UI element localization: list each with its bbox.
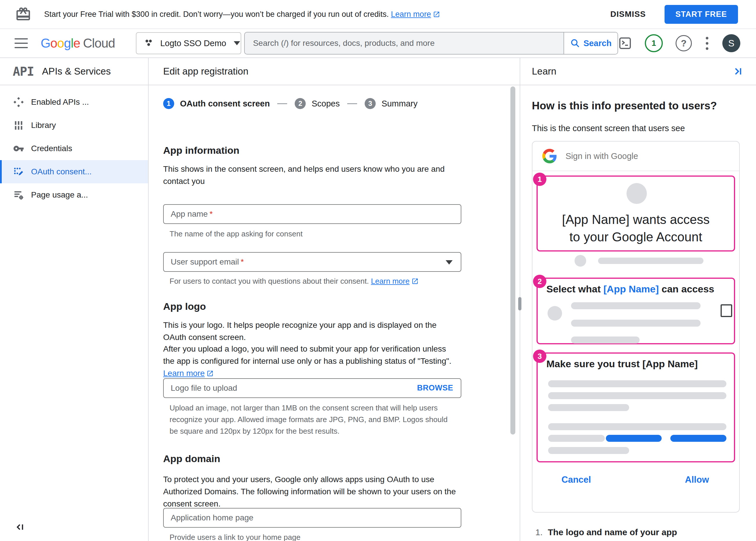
external-link-icon	[206, 370, 214, 377]
menu-icon[interactable]	[15, 38, 28, 48]
link-placeholder	[670, 435, 726, 442]
app-domain-heading: App domain	[163, 453, 220, 464]
footnote-number: 1.	[535, 527, 543, 537]
project-selector[interactable]: Logto SSO Demo	[136, 32, 241, 54]
gift-icon	[15, 6, 31, 22]
text-line-placeholder	[548, 404, 629, 411]
cloud-shell-icon[interactable]	[618, 36, 632, 50]
external-link-icon	[411, 277, 419, 285]
user-support-email-select[interactable]: User support email*	[163, 252, 461, 272]
sidebar-item-credentials[interactable]: Credentials	[0, 137, 148, 160]
external-link-icon	[433, 11, 440, 18]
consent-preview-card: Sign in with Google 1 [App Name] wants a…	[532, 141, 740, 513]
project-name: Logto SSO Demo	[160, 39, 226, 48]
account-email-placeholder	[598, 258, 703, 264]
project-icon	[143, 38, 154, 48]
start-free-button[interactable]: START FREE	[665, 5, 738, 24]
step-3-label[interactable]: Summary	[381, 99, 417, 109]
footnote-text: The logo and name of your app	[548, 527, 677, 537]
email-learn-more-link[interactable]: Learn more	[371, 277, 410, 285]
required-marker: *	[210, 210, 213, 219]
learn-footnote: 1. The logo and name of your app	[535, 527, 677, 537]
sidebar-item-label: Enabled APIs ...	[31, 98, 89, 107]
sidebar-item-oauth-consent[interactable]: OAuth consent...	[0, 160, 148, 183]
step-3-circle[interactable]: 3	[365, 98, 376, 109]
app-logo-learn-more-link[interactable]: Learn more	[163, 369, 205, 378]
trial-days-badge[interactable]: 1	[645, 34, 663, 52]
text-line-placeholder	[548, 423, 726, 430]
google-logo-word: Google	[41, 36, 80, 50]
global-search: Search (/) for resources, docs, products…	[244, 32, 618, 55]
logo-upload-input[interactable]: Logo file to upload BROWSE	[163, 378, 461, 398]
app-name-helper: The name of the app asking for consent	[170, 228, 303, 240]
sidebar-item-library[interactable]: Library	[0, 114, 148, 137]
annotation-badge-2: 2	[533, 275, 546, 288]
library-icon	[13, 120, 24, 131]
dismiss-button[interactable]: DISMISS	[610, 10, 646, 19]
scope-checkbox[interactable]	[721, 304, 732, 317]
main-scrollbar[interactable]	[510, 86, 515, 434]
page-title: Edit app registration	[163, 66, 249, 77]
logo-upload-helper: Upload an image, not larger than 1MB on …	[170, 402, 457, 437]
sidebar-title: APIs & Services	[42, 66, 111, 77]
sidebar-nav: Enabled APIs ... Library Credentials	[0, 91, 148, 207]
main-panel: Edit app registration 1 OAuth consent sc…	[149, 58, 520, 541]
dropdown-caret-icon	[446, 260, 453, 265]
app-logo-heading: App logo	[163, 301, 206, 312]
learn-heading: How is this info presented to users?	[532, 100, 717, 112]
app-logo-description-2: After you upload a logo, you will need t…	[163, 343, 457, 379]
key-icon	[13, 143, 24, 154]
help-icon[interactable]: ?	[676, 35, 692, 51]
sidebar: API APIs & Services Enabled APIs ...	[0, 58, 149, 541]
text-line-placeholder	[548, 380, 726, 387]
google-cloud-logo[interactable]: GoogleCloud	[41, 36, 115, 51]
signin-with-google-label: Sign in with Google	[566, 152, 638, 161]
sidebar-item-enabled-apis[interactable]: Enabled APIs ...	[0, 91, 148, 114]
step-dash	[277, 103, 287, 104]
app-bar: GoogleCloud Logto SSO Demo Search (/) fo…	[0, 29, 756, 58]
more-options-icon[interactable]	[705, 36, 710, 51]
preview-step3-box: 3 Make sure you trust [App Name]	[537, 352, 735, 462]
annotation-badge-1: 1	[533, 173, 546, 186]
text-line-placeholder	[548, 447, 629, 454]
text-line-placeholder	[548, 435, 605, 442]
signin-header: Sign in with Google	[532, 142, 739, 171]
content: API APIs & Services Enabled APIs ...	[0, 58, 756, 541]
step-2-label[interactable]: Scopes	[312, 99, 340, 109]
preview-allow-button[interactable]: Allow	[685, 475, 709, 485]
sidebar-item-page-usage[interactable]: Page usage a...	[0, 183, 148, 207]
browse-button[interactable]: BROWSE	[417, 383, 453, 392]
cloud-logo-word: Cloud	[83, 36, 115, 50]
collapse-sidebar-icon[interactable]	[15, 521, 26, 533]
learn-subheading: This is the consent screen that users se…	[532, 124, 685, 133]
home-page-helper: Provide users a link to your home page	[170, 531, 300, 541]
learn-header: Learn	[520, 58, 756, 85]
email-helper: For users to contact you with questions …	[170, 275, 419, 287]
preview-cancel-button[interactable]: Cancel	[561, 475, 591, 485]
consent-title-placeholder: [App Name] wants access to your Google A…	[538, 211, 734, 246]
banner-message: Start your Free Trial with $300 in credi…	[44, 10, 440, 19]
app-information-description: This shows in the consent screen, and he…	[163, 163, 462, 188]
collapse-learn-panel-icon[interactable]	[732, 66, 743, 77]
step-dash	[347, 103, 357, 104]
google-cloud-console: Start your Free Trial with $300 in credi…	[0, 0, 756, 541]
sidebar-header: API APIs & Services	[0, 58, 148, 85]
banner-learn-more-link[interactable]: Learn more	[391, 10, 431, 19]
scope-line-placeholder	[571, 336, 640, 343]
step-2-circle[interactable]: 2	[295, 98, 306, 109]
chevron-down-icon	[234, 41, 240, 45]
app-information-heading: App information	[163, 145, 240, 156]
search-button[interactable]: Search	[564, 33, 618, 54]
account-avatar-placeholder	[575, 255, 586, 267]
application-home-page-input[interactable]: Application home page	[163, 508, 461, 528]
search-input[interactable]: Search (/) for resources, docs, products…	[245, 39, 564, 48]
trust-title-placeholder: Make sure you trust [App Name]	[546, 358, 698, 369]
page-usage-icon	[13, 190, 24, 201]
app-name-input[interactable]: App name*	[163, 204, 461, 224]
preview-step1-box: 1 [App Name] wants access to your Google…	[537, 176, 735, 252]
avatar[interactable]: S	[722, 34, 740, 52]
preview-step2-box: 2 Select what [App Name] can access	[537, 277, 735, 344]
sidebar-item-label: OAuth consent...	[31, 167, 92, 176]
sidebar-item-label: Credentials	[31, 144, 72, 153]
search-icon	[570, 38, 580, 48]
